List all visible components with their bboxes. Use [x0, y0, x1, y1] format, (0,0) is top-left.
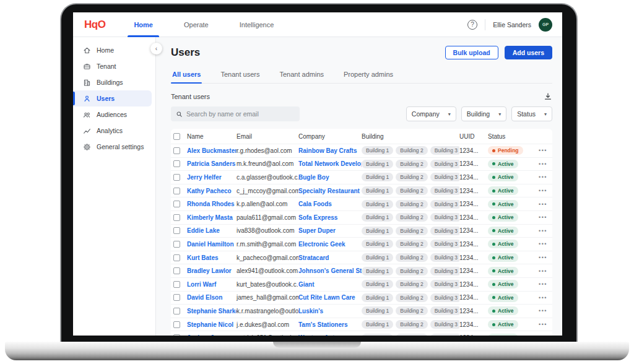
company-link[interactable]: Cala Foods — [298, 201, 362, 207]
table-row: Kathy Pachecoc_j_mccoy@gmail.comSpecialt… — [171, 184, 552, 197]
row-checkbox[interactable] — [173, 334, 180, 336]
avatar[interactable]: GP — [539, 18, 552, 32]
sidebar-item-label: Tenant — [97, 63, 116, 70]
sidebar-item-general-settings[interactable]: General settings — [73, 139, 152, 155]
row-menu-icon[interactable]: ••• — [525, 228, 550, 234]
building-chip: Building 3 — [430, 227, 459, 235]
company-link[interactable]: Western Auto — [298, 334, 362, 336]
status-badge: Active — [488, 240, 518, 248]
row-menu-icon[interactable]: ••• — [525, 281, 550, 287]
user-name-link[interactable]: Stephanie Sharkey — [187, 308, 237, 314]
row-menu-icon[interactable]: ••• — [525, 201, 550, 207]
row-menu-icon[interactable]: ••• — [525, 188, 550, 194]
row-checkbox[interactable] — [173, 321, 180, 328]
sidebar-item-audiences[interactable]: Audiences — [73, 106, 152, 123]
bulk-upload-button[interactable]: Bulk upload — [445, 46, 498, 59]
row-checkbox[interactable] — [173, 281, 180, 288]
row-checkbox[interactable] — [173, 308, 180, 314]
row-menu-icon[interactable]: ••• — [525, 214, 550, 220]
user-name-link[interactable]: Kurt Bates — [187, 254, 237, 261]
user-name-link[interactable]: Bradley Lawlor — [187, 267, 237, 274]
status-badge: Active — [488, 334, 518, 336]
row-checkbox[interactable] — [173, 254, 180, 261]
user-email: k.r.mastrangelo@outlo... — [237, 308, 298, 314]
row-menu-icon[interactable]: ••• — [525, 161, 550, 167]
user-name-link[interactable]: Stephanie Nicol — [187, 321, 237, 328]
add-users-button[interactable]: Add users — [505, 46, 552, 59]
status-label: Active — [498, 174, 514, 180]
sidebar-collapse-button[interactable]: ‹ — [150, 43, 162, 54]
search-input[interactable] — [186, 110, 295, 118]
row-menu-icon[interactable]: ••• — [525, 295, 550, 301]
row-menu-icon[interactable]: ••• — [525, 174, 550, 180]
company-link[interactable]: Johnson's General Store — [298, 267, 362, 274]
sidebar-item-tenant[interactable]: Tenant — [73, 58, 152, 74]
company-link[interactable]: Total Network Developm — [298, 160, 362, 167]
user-name-link[interactable]: Rhonda Rhodes — [187, 201, 237, 207]
filter-select-company[interactable]: Company▾ — [406, 106, 456, 121]
building-chip: Building 1 — [362, 280, 393, 288]
tab-tenant-users[interactable]: Tenant users — [219, 67, 261, 83]
row-checkbox[interactable] — [173, 160, 180, 167]
user-name-link[interactable]: Patricia Sanders — [187, 160, 237, 167]
sidebar-item-analytics[interactable]: Analytics — [73, 123, 152, 139]
user-name-link[interactable]: Kimberly Masta — [187, 214, 237, 221]
row-checkbox[interactable] — [173, 188, 180, 194]
building-chips: Building 1Building 2Building 3 — [362, 227, 459, 235]
user-name-link[interactable]: Eddie Lake — [187, 227, 237, 234]
topnav-item-intelligence[interactable]: Intelligence — [237, 12, 277, 37]
company-link[interactable]: Luskin's — [298, 308, 362, 314]
row-menu-icon[interactable]: ••• — [525, 335, 550, 336]
row-menu-icon[interactable]: ••• — [525, 241, 550, 247]
row-checkbox[interactable] — [173, 174, 180, 181]
row-menu-icon[interactable]: ••• — [525, 308, 550, 314]
row-menu-icon[interactable]: ••• — [525, 268, 550, 274]
user-name-link[interactable]: Alex Buckmaster — [187, 147, 237, 154]
building-chips: Building 1Building 2Building 3 — [362, 293, 459, 302]
company-link[interactable]: Cut Rite Lawn Care — [298, 294, 362, 301]
filter-select-label: Company — [412, 110, 440, 118]
filter-select-status[interactable]: Status▾ — [511, 106, 552, 121]
user-name-link[interactable]: Jerry Helfer — [187, 174, 237, 181]
building-chip: Building 3 — [430, 334, 459, 336]
tab-tenant-admins[interactable]: Tenant admins — [278, 67, 325, 83]
user-name-link[interactable]: Lorri Warf — [187, 281, 237, 288]
company-link[interactable]: Rainbow Bay Crafts — [298, 147, 362, 154]
row-checkbox[interactable] — [173, 241, 180, 248]
filter-select-building[interactable]: Building▾ — [461, 106, 506, 121]
company-link[interactable]: Giant — [298, 281, 362, 288]
company-link[interactable]: Specialty Restaurant Gro — [298, 188, 362, 194]
row-checkbox[interactable] — [173, 214, 180, 221]
user-name-link[interactable]: David Elson — [187, 294, 237, 301]
company-link[interactable]: Tam's Stationers — [298, 321, 362, 328]
row-checkbox[interactable] — [173, 147, 180, 154]
user-name-link[interactable]: Daniel Hamilton — [187, 241, 237, 248]
company-link[interactable]: Super Duper — [298, 227, 362, 234]
topnav-item-operate[interactable]: Operate — [181, 12, 211, 37]
company-link[interactable]: Electronic Geek — [298, 241, 362, 248]
sidebar-item-users[interactable]: Users — [73, 90, 152, 106]
row-checkbox[interactable] — [173, 227, 180, 234]
company-link[interactable]: Bugle Boy — [298, 174, 362, 181]
sidebar-item-home[interactable]: Home — [73, 42, 152, 58]
tab-property-admins[interactable]: Property admins — [342, 67, 394, 83]
company-link[interactable]: Sofa Express — [298, 214, 362, 221]
user-name-link[interactable]: Kathy Pacheco — [187, 188, 237, 194]
company-link[interactable]: Stratacard — [298, 254, 362, 261]
status-label: Active — [498, 321, 514, 327]
row-checkbox[interactable] — [173, 267, 180, 274]
row-checkbox[interactable] — [173, 294, 180, 301]
row-menu-icon[interactable]: ••• — [525, 254, 550, 261]
row-checkbox[interactable] — [173, 201, 180, 207]
user-name-link[interactable]: Joshua Jones — [187, 334, 237, 336]
help-icon[interactable]: ? — [467, 20, 477, 30]
search-box[interactable] — [171, 106, 300, 121]
tab-all-users[interactable]: All users — [171, 67, 202, 83]
row-menu-icon[interactable]: ••• — [525, 321, 550, 327]
download-icon[interactable] — [544, 92, 552, 101]
select-all-checkbox[interactable] — [173, 133, 180, 140]
sidebar-item-buildings[interactable]: Buildings — [73, 74, 152, 90]
topnav-item-home[interactable]: Home — [131, 12, 155, 37]
building-chip: Building 1 — [362, 267, 393, 275]
row-menu-icon[interactable]: ••• — [525, 147, 550, 154]
